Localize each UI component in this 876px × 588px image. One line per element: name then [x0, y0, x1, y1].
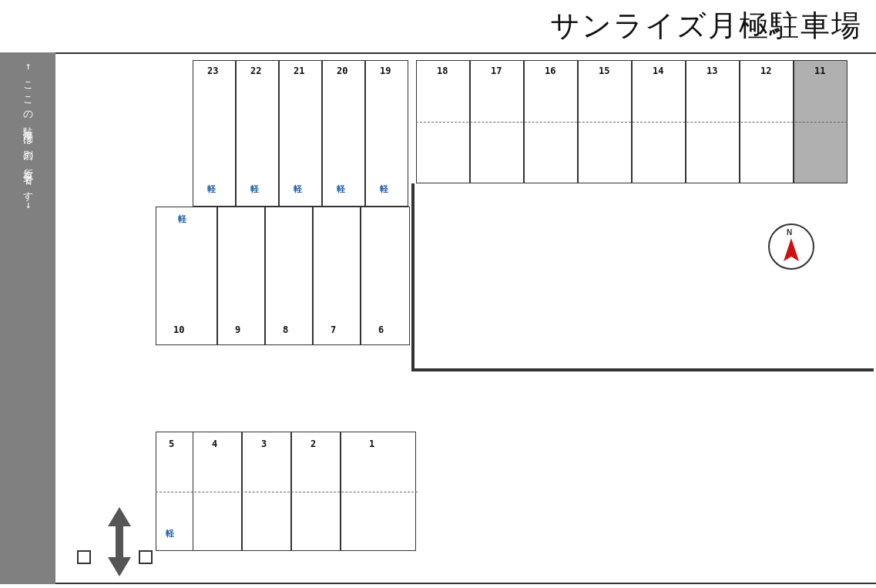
sidebar: ↑ここの駐車場は別の所有者です↓ — [0, 52, 55, 584]
gate-box-left — [77, 550, 91, 564]
map-area: 18 17 16 15 14 13 12 11 23 軽 22 軽 21 軽 — [55, 52, 876, 584]
svg-marker-2 — [108, 507, 131, 542]
spot-21: 21 軽 — [279, 60, 322, 207]
boundary-vertical — [411, 183, 415, 368]
dashed-line-upper — [416, 122, 847, 123]
spot-7: 7 — [313, 207, 361, 345]
entrance-arrow — [102, 507, 137, 576]
spot-20: 20 軽 — [322, 60, 365, 207]
gate-box-right — [139, 550, 153, 564]
spot-9: 9 — [217, 207, 265, 345]
svg-text:N: N — [787, 228, 792, 237]
sidebar-text: ↑ここの駐車場は別の所有者です↓ — [20, 60, 36, 213]
boundary-horizontal — [411, 368, 874, 371]
spot-10: 10 軽 — [156, 207, 217, 345]
spot-6: 6 — [361, 207, 410, 345]
spot-23: 23 軽 — [193, 60, 236, 207]
page-title: サンライズ月極駐車場 — [550, 6, 862, 45]
compass: N — [768, 223, 814, 270]
svg-marker-3 — [108, 542, 131, 576]
dashed-line-lower — [156, 492, 418, 492]
svg-marker-1 — [784, 238, 799, 261]
spot-22: 22 軽 — [236, 60, 279, 207]
spot-19: 19 軽 — [365, 60, 408, 207]
spot-8: 8 — [265, 207, 313, 345]
